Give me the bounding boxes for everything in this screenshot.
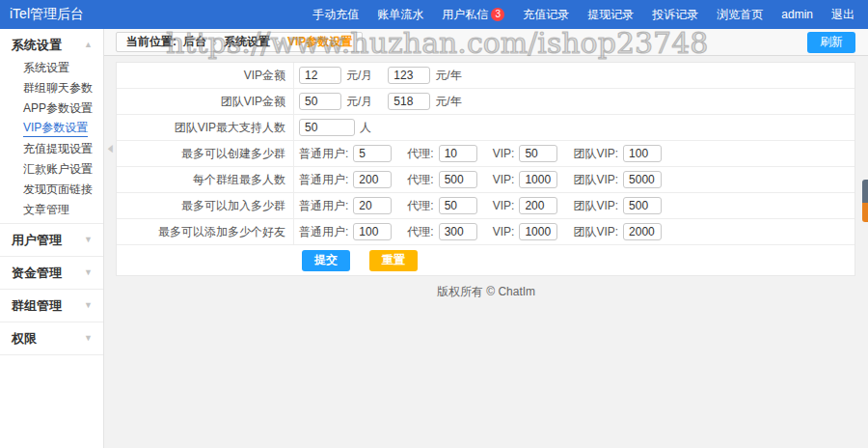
sidebar-item-0-3[interactable]: VIP参数设置	[0, 119, 103, 139]
field-group-2-0: 人	[299, 119, 371, 136]
breadcrumb-crumb-0[interactable]: 后台	[183, 34, 206, 50]
field-group-5-0: 普通用户:	[299, 197, 392, 214]
form-row-label: 每个群组最多人数	[117, 167, 294, 192]
nav-item-4[interactable]: 提现记录	[587, 7, 634, 23]
field-input-2-0[interactable]	[299, 119, 355, 136]
field-prefix-label: 代理:	[407, 198, 433, 214]
sidebar-collapse-handle[interactable]: ◀	[104, 133, 116, 162]
floating-widget[interactable]	[862, 180, 868, 222]
field-input-5-3[interactable]	[623, 197, 662, 214]
breadcrumb-bar: 当前位置: 后台›系统设置›VIP参数设置 刷新	[104, 29, 868, 56]
sidebar-item-0-0[interactable]: 系统设置	[0, 58, 103, 78]
form-row-fields: 普通用户:代理:VIP:团队VIP:	[294, 193, 854, 218]
field-prefix-label: 团队VIP:	[573, 172, 618, 188]
breadcrumb-separator-icon: ›	[213, 36, 217, 49]
refresh-button[interactable]: 刷新	[807, 32, 855, 53]
nav-item-8[interactable]: 退出	[831, 7, 854, 23]
field-input-4-1[interactable]	[439, 171, 477, 188]
field-input-0-1[interactable]	[388, 67, 430, 84]
sidebar-section-header-4[interactable]: 权限▼	[0, 325, 103, 351]
sidebar-item-0-1[interactable]: 群组聊天参数	[0, 78, 103, 98]
sidebar-item-label: 充值提现设置	[23, 143, 93, 155]
sidebar-item-label: 系统设置	[23, 62, 69, 74]
sidebar-item-0-5[interactable]: 汇款账户设置	[0, 159, 103, 180]
field-group-3-2: VIP:	[493, 145, 558, 162]
app-title: iTel管理后台	[10, 6, 84, 23]
form-row-label: 最多可以添加多少个好友	[117, 219, 294, 244]
form-row-label: 团队VIP最大支持人数	[117, 115, 294, 140]
form-rows: VIP金额元/月元/年团队VIP金额元/月元/年团队VIP最大支持人数人最多可以…	[117, 63, 854, 245]
field-group-6-2: VIP:	[493, 223, 558, 240]
field-input-3-1[interactable]	[439, 145, 477, 162]
field-input-5-2[interactable]	[519, 197, 557, 214]
field-input-4-3[interactable]	[623, 171, 662, 188]
field-input-5-1[interactable]	[439, 197, 477, 214]
settings-form-card: VIP金额元/月元/年团队VIP金额元/月元/年团队VIP最大支持人数人最多可以…	[116, 62, 855, 276]
field-input-4-0[interactable]	[353, 171, 392, 188]
field-group-4-2: VIP:	[493, 171, 558, 188]
chevron-down-icon: ▼	[84, 236, 93, 244]
sidebar-item-0-7[interactable]: 文章管理	[0, 200, 103, 220]
form-row-fields: 普通用户:代理:VIP:团队VIP:	[294, 219, 854, 244]
sidebar-section-header-0[interactable]: 系统设置▲	[0, 32, 103, 58]
sidebar-item-label: 汇款账户设置	[23, 163, 93, 176]
form-row-1: 团队VIP金额元/月元/年	[117, 89, 854, 115]
sidebar-section-2: 资金管理▼	[0, 257, 103, 290]
field-input-4-2[interactable]	[519, 171, 557, 188]
field-input-1-1[interactable]	[388, 93, 430, 110]
field-input-3-0[interactable]	[353, 145, 392, 162]
field-group-1-1: 元/年	[388, 93, 461, 110]
sidebar-section-header-3[interactable]: 群组管理▼	[0, 293, 103, 319]
field-prefix-label: 团队VIP:	[573, 198, 618, 214]
field-input-6-2[interactable]	[519, 223, 557, 240]
sidebar: 系统设置▲系统设置群组聊天参数APP参数设置VIP参数设置充值提现设置汇款账户设…	[0, 29, 104, 448]
nav-item-3[interactable]: 充值记录	[523, 7, 569, 23]
sidebar-item-label: 发现页面链接	[23, 183, 93, 196]
field-prefix-label: 普通用户:	[299, 146, 348, 162]
form-row-3: 最多可以创建多少群普通用户:代理:VIP:团队VIP:	[117, 141, 854, 167]
field-suffix-label: 元/月	[346, 68, 372, 84]
breadcrumb-crumb-2: VIP参数设置	[287, 34, 352, 50]
field-group-3-0: 普通用户:	[299, 145, 392, 162]
field-prefix-label: 团队VIP:	[573, 224, 618, 240]
field-input-5-0[interactable]	[353, 197, 392, 214]
field-input-6-0[interactable]	[353, 223, 392, 240]
nav-item-1[interactable]: 账单流水	[377, 7, 423, 23]
form-row-label: 最多可以创建多少群	[117, 141, 294, 166]
sidebar-section-label: 资金管理	[12, 265, 62, 282]
field-input-6-3[interactable]	[623, 223, 662, 240]
sidebar-item-label: APP参数设置	[23, 102, 93, 115]
nav-item-6[interactable]: 浏览首页	[717, 7, 763, 23]
reset-button[interactable]: 重置	[369, 250, 418, 271]
field-prefix-label: 代理:	[407, 146, 433, 162]
field-input-1-0[interactable]	[299, 93, 341, 110]
sidebar-item-0-6[interactable]: 发现页面链接	[0, 180, 103, 200]
sidebar-item-0-2[interactable]: APP参数设置	[0, 98, 103, 119]
chevron-down-icon: ▼	[84, 268, 93, 277]
sidebar-section-header-2[interactable]: 资金管理▼	[0, 260, 103, 286]
nav-item-0[interactable]: 手动充值	[312, 7, 359, 23]
sidebar-item-label: 文章管理	[23, 204, 69, 216]
field-group-5-3: 团队VIP:	[573, 197, 662, 214]
top-bar: iTel管理后台 手动充值账单流水用户私信3充值记录提现记录投诉记录浏览首页ad…	[0, 0, 868, 29]
sidebar-section-header-1[interactable]: 用户管理▼	[0, 227, 103, 253]
field-input-0-0[interactable]	[299, 67, 341, 84]
field-input-6-1[interactable]	[439, 223, 477, 240]
field-group-4-1: 代理:	[407, 171, 476, 188]
sidebar-section-0: 系统设置▲系统设置群组聊天参数APP参数设置VIP参数设置充值提现设置汇款账户设…	[0, 29, 103, 224]
nav-item-5[interactable]: 投诉记录	[652, 7, 698, 23]
field-group-6-0: 普通用户:	[299, 223, 392, 240]
field-suffix-label: 元/年	[435, 68, 461, 84]
breadcrumb-crumb-1[interactable]: 系统设置	[224, 34, 270, 50]
sidebar-item-0-4[interactable]: 充值提现设置	[0, 139, 103, 159]
copyright-text: 版权所有 © ChatIm	[104, 284, 868, 300]
submit-button[interactable]: 提交	[302, 250, 350, 271]
field-group-0-0: 元/月	[299, 67, 372, 84]
field-suffix-label: 人	[360, 120, 371, 136]
field-input-3-3[interactable]	[623, 145, 662, 162]
chevron-down-icon: ▼	[84, 301, 93, 310]
field-group-3-3: 团队VIP:	[573, 145, 662, 162]
nav-item-7[interactable]: admin	[781, 8, 813, 21]
nav-item-2[interactable]: 用户私信3	[442, 7, 504, 23]
field-input-3-2[interactable]	[519, 145, 557, 162]
